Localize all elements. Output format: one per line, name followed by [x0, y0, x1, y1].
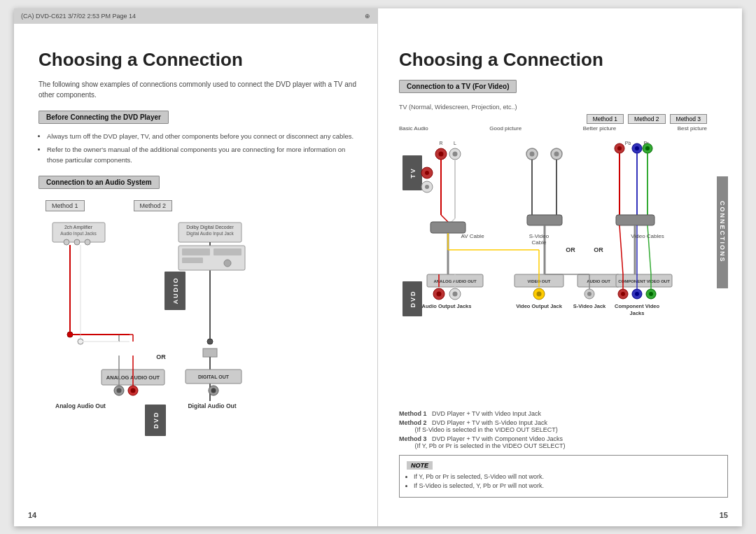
- bullet-1: Always turn off the DVD player, TV, and …: [47, 131, 356, 141]
- left-page-title: Choosing a Connection: [38, 49, 356, 71]
- document: (CA) DVD-C621 3/7/02 2:53 PM Page 14 ⊕ C…: [14, 8, 742, 526]
- svg-text:Digital Audio Out: Digital Audio Out: [188, 402, 236, 409]
- svg-point-93: [437, 291, 442, 296]
- note-bullet-1: If Y, Pb or Pr is selected, S-Video will…: [414, 473, 720, 480]
- svg-point-3: [64, 239, 69, 245]
- section-tv-video: Connection to a TV (For Video): [399, 80, 517, 93]
- method-bullet-3: Method 3 DVD Player + TV with Component …: [399, 435, 728, 449]
- svg-text:2ch Amplifier: 2ch Amplifier: [64, 225, 93, 230]
- right-method-headers: Method 1 Method 2 Method 3: [399, 114, 707, 124]
- better-picture-label: Better picture: [583, 125, 617, 132]
- crosshair-icon: ⊕: [365, 13, 370, 20]
- svg-text:DVD: DVD: [410, 290, 416, 307]
- svg-rect-46: [182, 258, 203, 263]
- right-method1-hdr: Method 1: [587, 114, 624, 124]
- good-picture-label: Good picture: [489, 125, 522, 132]
- svg-text:Video Cables: Video Cables: [631, 233, 664, 239]
- svg-point-45: [224, 260, 231, 267]
- page-number-left: 14: [28, 511, 36, 519]
- right-diagram-container: TV R L Pb: [399, 134, 728, 407]
- svg-text:DVD: DVD: [153, 412, 160, 429]
- svg-rect-79: [527, 215, 562, 225]
- right-method3-hdr: Method 3: [670, 114, 707, 124]
- svg-text:AUDIO OUT: AUDIO OUT: [587, 279, 610, 283]
- intro-text: The following show examples of connectio…: [38, 79, 356, 100]
- method2-key: Method 2: [399, 419, 427, 426]
- svg-point-52: [439, 151, 444, 156]
- svg-point-60: [617, 146, 622, 150]
- header-bar: (CA) DVD-C621 3/7/02 2:53 PM Page 14 ⊕: [14, 8, 377, 24]
- note-bullet-2: If S-Video is selected, Y, Pb or Pr will…: [414, 482, 720, 489]
- method-headers: Method 1 Method 2: [46, 200, 356, 216]
- note-box: NOTE If Y, Pb or Pr is selected, S-Video…: [399, 455, 728, 498]
- note-title: NOTE: [407, 461, 433, 470]
- svg-text:Video Output Jack: Video Output Jack: [516, 303, 563, 309]
- audio-connection-diagram: 2ch Amplifier Audio Input Jacks Dolby Di…: [38, 219, 332, 450]
- svg-text:AV Cable: AV Cable: [461, 233, 484, 239]
- method1-key: Method 1: [399, 410, 427, 417]
- svg-text:Pb: Pb: [625, 141, 631, 146]
- svg-rect-43: [182, 248, 210, 255]
- svg-rect-84: [616, 215, 654, 225]
- header-bar-text: (CA) DVD-C621 3/7/02 2:53 PM Page 14: [21, 13, 136, 20]
- svg-text:Cable: Cable: [532, 239, 547, 246]
- svg-line-124: [620, 225, 623, 274]
- svg-text:Analog Audio Out: Analog Audio Out: [55, 402, 106, 409]
- method-bullets: Method 1 DVD Player + TV with Video Inpu…: [399, 410, 728, 449]
- svg-point-70: [425, 185, 429, 189]
- svg-line-73: [441, 215, 448, 222]
- svg-text:Audio Input Jacks: Audio Input Jacks: [60, 231, 97, 237]
- svg-text:R: R: [439, 141, 442, 146]
- svg-text:Component Video: Component Video: [615, 303, 659, 309]
- section-audio-system: Connection to an Audio System: [38, 176, 160, 189]
- svg-text:COMPONENT VIDEO OUT: COMPONENT VIDEO OUT: [618, 279, 670, 283]
- basic-audio-label: Basic Audio: [399, 125, 428, 132]
- svg-rect-35: [203, 349, 217, 357]
- svg-point-40: [211, 388, 216, 393]
- svg-point-66: [645, 146, 650, 150]
- svg-text:OR: OR: [566, 246, 575, 253]
- tv-note: TV (Normal, Widescreen, Projection, etc.…: [399, 104, 728, 111]
- method3-key: Method 3: [399, 435, 427, 442]
- svg-point-116: [621, 292, 625, 296]
- method-bullet-1: Method 1 DVD Player + TV with Video Inpu…: [399, 410, 728, 417]
- bullet-2: Refer to the owner's manual of the addit…: [47, 144, 356, 165]
- method2-header: Method 2: [134, 200, 173, 211]
- right-method2-hdr: Method 2: [628, 114, 665, 124]
- svg-point-95: [453, 291, 458, 296]
- right-page-title: Choosing a Connection: [399, 49, 728, 71]
- svg-text:Audio Output Jacks: Audio Output Jacks: [422, 303, 472, 309]
- section-before-connecting: Before Connecting the DVD Player: [38, 111, 169, 124]
- method-sub-labels: Basic Audio Good picture Better picture …: [399, 125, 707, 132]
- svg-text:Digital Audio Input Jack: Digital Audio Input Jack: [186, 231, 234, 237]
- svg-text:S-Video: S-Video: [529, 233, 550, 239]
- page-number-right: 15: [720, 511, 728, 519]
- svg-point-58: [554, 151, 559, 156]
- method1-text: DVD Player + TV with Video Input Jack: [432, 410, 541, 417]
- svg-text:DIGITAL OUT: DIGITAL OUT: [198, 374, 230, 379]
- svg-rect-44: [214, 248, 241, 255]
- svg-point-68: [425, 171, 429, 175]
- method1-header: Method 1: [46, 200, 85, 211]
- svg-text:S-Video Jack: S-Video Jack: [573, 303, 606, 309]
- svg-point-101: [537, 291, 542, 296]
- svg-point-120: [649, 292, 653, 296]
- svg-text:L: L: [454, 141, 456, 146]
- svg-text:OR: OR: [156, 353, 166, 360]
- svg-point-22: [131, 388, 136, 393]
- svg-text:Dolby Digital Decoder: Dolby Digital Decoder: [186, 225, 234, 230]
- svg-point-54: [453, 151, 458, 156]
- svg-text:OR: OR: [594, 246, 603, 253]
- page-wrapper: (CA) DVD-C621 3/7/02 2:53 PM Page 14 ⊕ C…: [0, 0, 756, 534]
- svg-rect-75: [430, 222, 465, 233]
- svg-text:TV: TV: [410, 167, 416, 178]
- method-bullet-2: Method 2 DVD Player + TV with S-Video In…: [399, 419, 728, 433]
- svg-text:AUDIO: AUDIO: [172, 277, 179, 304]
- svg-point-56: [530, 151, 535, 156]
- tv-connection-diagram: TV R L Pb: [399, 134, 728, 407]
- svg-point-20: [117, 388, 122, 393]
- svg-point-5: [85, 239, 90, 245]
- best-picture-label: Best picture: [678, 125, 707, 132]
- note-list: If Y, Pb or Pr is selected, S-Video will…: [407, 473, 720, 489]
- svg-point-109: [587, 292, 592, 296]
